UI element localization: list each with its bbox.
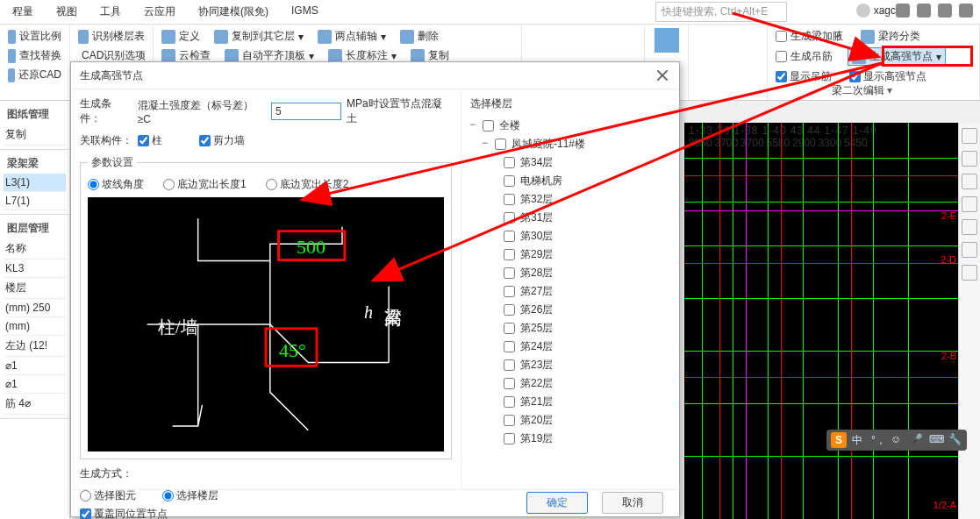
tree-root[interactable]: 全楼 (470, 117, 670, 135)
assoc-row: 关联构件： 柱 剪力墙 (80, 133, 452, 148)
tree-floor[interactable]: 第25层 (470, 319, 670, 338)
chk-overwrite[interactable]: 覆盖同位置节点 (80, 507, 452, 519)
more-icon[interactable] (959, 4, 973, 18)
view-cube-icon[interactable] (962, 151, 977, 167)
tab-2[interactable]: 工具 (97, 3, 125, 21)
table-row[interactable]: ⌀1 (4, 357, 66, 375)
dialog-right: 选择楼层 全楼 凤城庭院-11#楼 第34层电梯机房第32层第31层第30层第2… (461, 89, 679, 489)
tree-floor[interactable]: 第20层 (470, 411, 670, 430)
tree-floor[interactable]: 第23层 (470, 356, 670, 374)
radio-len2[interactable]: 底边宽出长度2 (266, 177, 349, 192)
tree-floor[interactable]: 第21层 (470, 393, 670, 411)
tree-floor[interactable]: 第30层 (470, 227, 670, 245)
top-icons (896, 4, 973, 18)
tree-floor[interactable]: 第34层 (470, 153, 670, 172)
grid-icon[interactable] (655, 28, 679, 53)
table-row[interactable]: 筋 4⌀ (4, 394, 66, 415)
rb-delete[interactable]: 删除 (397, 28, 441, 45)
drawing-canvas[interactable]: 1-33 36 1-38 1-40 43 44 1-47 1-49 8050 3… (684, 123, 958, 519)
copy-icon (214, 30, 228, 44)
floor-tree[interactable]: 全楼 凤城庭院-11#楼 第34层电梯机房第32层第31层第30层第29层第28… (470, 117, 670, 482)
ime-bar[interactable]: S 中 °， ☺ 🎤 ⌨ 🔧 (826, 430, 967, 451)
table-row[interactable]: ⌀1 (4, 375, 66, 394)
rb-aux-axis[interactable]: 两点辅轴 ▾ (315, 28, 389, 45)
condition-text1: 混凝土强度差（标号差）≥C (138, 98, 266, 125)
ime-kbd-icon[interactable]: ⌨ (929, 433, 943, 447)
tree-floor[interactable]: 第24层 (470, 338, 670, 356)
list-item[interactable]: L3(1) (4, 174, 66, 192)
close-icon[interactable] (655, 68, 670, 83)
table-row[interactable]: KL3 (4, 260, 66, 278)
tab-5[interactable]: IGMS (288, 3, 322, 21)
account[interactable]: xagcc (856, 4, 901, 18)
dialog-titlebar: 生成高强节点 (71, 62, 679, 89)
tree-floor[interactable]: 第29层 (470, 245, 670, 264)
list-item[interactable]: L7(1) (4, 192, 66, 210)
table-row[interactable]: 左边 (12! (4, 336, 66, 357)
ime-tool-icon[interactable]: 🔧 (948, 433, 962, 447)
diag-label-h: h (364, 302, 373, 323)
view-toolbar (958, 123, 980, 519)
ime-emoji-icon[interactable]: ☺ (891, 433, 905, 447)
axis-labels: 1-33 36 1-38 1-40 43 44 1-47 1-49 (689, 124, 877, 137)
view-fit-icon[interactable] (962, 196, 977, 212)
help-icon[interactable] (896, 4, 910, 18)
chk-column[interactable]: 柱 (138, 133, 162, 148)
rb-floor-table[interactable]: 识别楼层表 (75, 28, 147, 45)
view-iso-icon[interactable] (962, 219, 977, 235)
rb-set-scale[interactable]: 设置比例 (5, 28, 64, 45)
view-3d-icon[interactable] (962, 128, 977, 144)
rb-copy-layer[interactable]: 复制到其它层 ▾ (211, 28, 306, 45)
table-row[interactable]: (mm) 250 (4, 299, 66, 317)
tree-floor[interactable]: 电梯机房 (470, 172, 670, 190)
strength-input[interactable] (271, 103, 341, 120)
copy-row[interactable]: 复制 (4, 124, 66, 146)
collapse-icon[interactable] (483, 140, 491, 149)
tab-0[interactable]: 程量 (9, 3, 37, 21)
tab-4[interactable]: 协同建模(限免) (195, 3, 272, 21)
rb-restore-cad[interactable]: 还原CAD (5, 67, 64, 83)
radio-slope[interactable]: 坡线角度 (88, 177, 144, 192)
condition-text2: MPa时设置节点混凝土 (347, 96, 452, 126)
rb-find-replace[interactable]: 查找替换 (5, 47, 64, 64)
ok-button[interactable]: 确定 (526, 492, 588, 514)
ime-mic-icon[interactable]: 🎤 (910, 433, 924, 447)
tab-3[interactable]: 云应用 (140, 3, 179, 21)
tree-floor[interactable]: 第19层 (470, 430, 670, 448)
rb-gen-haunch[interactable]: 生成梁加腋 (773, 28, 846, 45)
radio-select-elem[interactable]: 选择图元 (80, 488, 136, 503)
rb-show-stirrup[interactable]: 显示吊筋 (773, 68, 834, 85)
rb-define[interactable]: 定义 (159, 28, 203, 45)
tree-floor[interactable]: 第27层 (470, 282, 670, 301)
ime-lang-icon[interactable]: 中 (852, 433, 866, 447)
ime-punct-icon[interactable]: °， (871, 433, 885, 447)
tree-floor[interactable]: 第22层 (470, 374, 670, 393)
avatar-icon (856, 4, 870, 18)
dialog-title: 生成高强节点 (80, 68, 143, 83)
table-row[interactable]: 楼层 (4, 278, 66, 299)
tree-floor[interactable]: 第32层 (470, 190, 670, 209)
rb-span-class[interactable]: 梁跨分类 (858, 28, 923, 45)
search-input[interactable]: 快捷键搜索, Ctrl+Alt+E (655, 2, 787, 22)
tree-project[interactable]: 凤城庭院-11#楼 (470, 135, 670, 153)
skin-icon[interactable] (938, 4, 952, 18)
table-icon (78, 30, 89, 44)
tree-floor[interactable]: 第28层 (470, 264, 670, 282)
radio-len1[interactable]: 底边宽出长度1 (163, 177, 247, 192)
chk-shearwall[interactable]: 剪力墙 (199, 133, 245, 148)
tab-1[interactable]: 视图 (53, 3, 81, 21)
view-more-icon[interactable] (962, 265, 977, 281)
radio-select-floor[interactable]: 选择楼层 (162, 488, 218, 503)
cancel-button[interactable]: 取消 (602, 492, 663, 514)
tree-floor[interactable]: 第31层 (470, 209, 670, 227)
view-layer-icon[interactable] (962, 174, 977, 189)
table-row[interactable]: (mm) (4, 317, 66, 336)
assoc-label: 关联构件： (80, 133, 132, 148)
collapse-icon[interactable] (470, 122, 479, 131)
gen-label: 生成方式： (80, 466, 452, 481)
highlight-box (882, 46, 973, 67)
tree-floor[interactable]: 第26层 (470, 301, 670, 319)
rb-gen-stirrup[interactable]: 生成吊筋 (773, 47, 835, 66)
headset-icon[interactable] (917, 4, 931, 18)
view-list-icon[interactable] (962, 242, 977, 258)
